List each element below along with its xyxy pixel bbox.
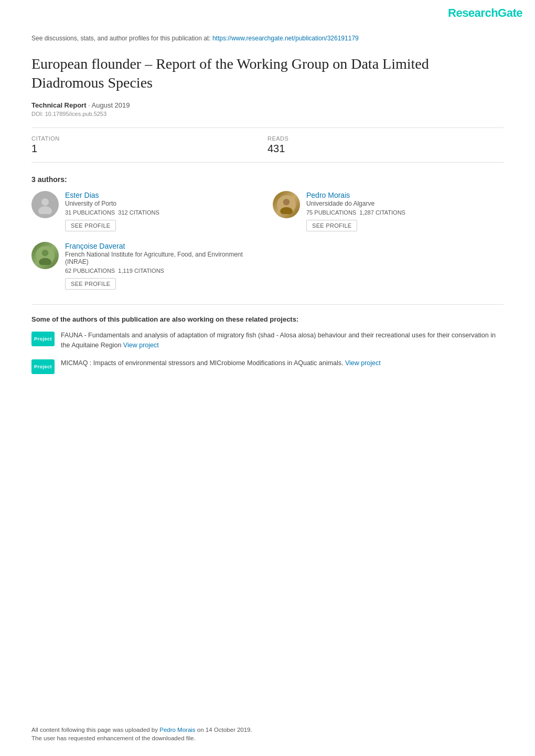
citation-value: 1: [31, 143, 268, 155]
author-name-francoise-daverat[interactable]: Françoise Daverat: [65, 242, 125, 250]
author-stats-ester-dias: 31 PUBLICATIONS 312 CITATIONS: [65, 209, 262, 216]
publication-url-link[interactable]: https://www.researchgate.net/publication…: [212, 35, 359, 42]
author-card-pedro-morais: Pedro Morais Universidade do Algarve 75 …: [273, 191, 504, 231]
svg-point-0: [41, 198, 49, 206]
project-badge-2: Project: [31, 359, 55, 374]
see-discussions-text: See discussions, stats, and author profi…: [31, 35, 504, 42]
author-card-ester-dias: Ester Dias University of Porto 31 PUBLIC…: [31, 191, 262, 231]
project-text-1: FAUNA - Fundamentals and analysis of ada…: [61, 331, 504, 350]
footer-upload-line: All content following this page was uplo…: [31, 727, 504, 733]
project-item-2: Project MICMAQ : Impacts of environmenta…: [31, 358, 504, 374]
author-card-francoise-daverat: Françoise Daverat French National Instit…: [31, 242, 262, 290]
reads-value: 431: [268, 143, 504, 155]
author-affiliation-francoise-daverat: French National Institute for Agricultur…: [65, 251, 262, 265]
reads-label: READS: [268, 135, 504, 142]
paper-doi: DOI: 10.17895/ices.pub.5253: [31, 111, 504, 117]
author-info-francoise-daverat: Françoise Daverat French National Instit…: [65, 242, 262, 290]
see-profile-button-francoise-daverat[interactable]: SEE PROFILE: [65, 278, 116, 290]
author-info-pedro-morais: Pedro Morais Universidade do Algarve 75 …: [306, 191, 504, 231]
author-name-ester-dias[interactable]: Ester Dias: [65, 191, 99, 199]
section-divider: [31, 304, 504, 305]
svg-point-3: [283, 199, 290, 205]
paper-date: · August 2019: [88, 101, 130, 109]
paper-title: European flounder – Report of the Workin…: [31, 55, 504, 93]
authors-grid: Ester Dias University of Porto 31 PUBLIC…: [31, 191, 504, 290]
project-badge-1: Project: [31, 332, 55, 346]
avatar-ester-dias: [31, 191, 59, 218]
author-info-ester-dias: Ester Dias University of Porto 31 PUBLIC…: [65, 191, 262, 231]
avatar-pedro-morais: [273, 191, 300, 218]
project-text-2: MICMAQ : Impacts of environmental stress…: [61, 358, 381, 368]
citation-stat: CITATION 1: [31, 135, 268, 155]
reads-stat: READS 431: [268, 135, 504, 155]
related-projects-title: Some of the authors of this publication …: [31, 315, 504, 323]
authors-section: 3 authors: Ester Dias University of Port…: [31, 175, 504, 290]
project-view-link-2[interactable]: View project: [345, 359, 381, 367]
svg-point-1: [38, 206, 52, 214]
stats-row: CITATION 1 READS 431: [31, 127, 504, 163]
author-name-pedro-morais[interactable]: Pedro Morais: [306, 191, 350, 199]
avatar-francoise-daverat: [31, 242, 59, 269]
project-item-1: Project FAUNA - Fundamentals and analysi…: [31, 331, 504, 350]
paper-type: Technical Report: [31, 101, 87, 109]
see-profile-button-pedro-morais[interactable]: SEE PROFILE: [306, 220, 357, 231]
footer: All content following this page was uplo…: [31, 727, 504, 743]
author-affiliation-pedro-morais: Universidade do Algarve: [306, 200, 504, 207]
project-view-link-1[interactable]: View project: [123, 342, 159, 349]
authors-title: 3 authors:: [31, 175, 504, 184]
footer-uploader-link[interactable]: Pedro Morais: [159, 727, 195, 733]
see-profile-button-ester-dias[interactable]: SEE PROFILE: [65, 220, 116, 231]
related-projects-section: Some of the authors of this publication …: [31, 315, 504, 375]
researchgate-logo: ResearchGate: [448, 6, 522, 20]
citation-label: CITATION: [31, 135, 268, 142]
author-stats-francoise-daverat: 62 PUBLICATIONS 1,119 CITATIONS: [65, 268, 262, 274]
footer-user-request: The user has requested enhancement of th…: [31, 735, 504, 741]
author-affiliation-ester-dias: University of Porto: [65, 200, 262, 207]
author-stats-pedro-morais: 75 PUBLICATIONS 1,287 CITATIONS: [306, 209, 504, 216]
svg-point-6: [42, 250, 48, 256]
paper-meta: Technical Report · August 2019 DOI: 10.1…: [31, 101, 504, 117]
